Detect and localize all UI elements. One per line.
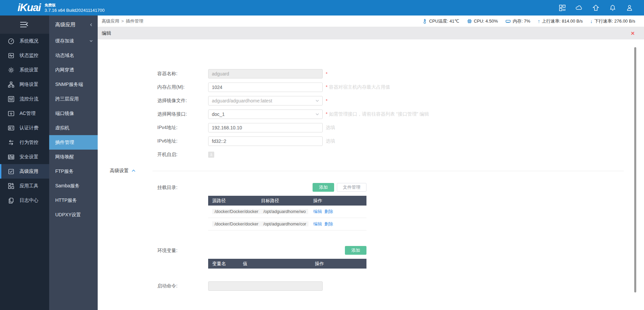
sidebar-item-advanced-apps[interactable]: 高级应用 (0, 164, 49, 179)
build-label: 3.7.16 x64 Build202411141700 (44, 8, 104, 13)
sidebar-item-behavior-control[interactable]: 行为管控 (0, 135, 49, 150)
form-row-ipv6: IPv6地址: 选填 (98, 134, 644, 148)
submenu-title: 高级应用 (55, 22, 75, 28)
id-card-icon (7, 124, 15, 132)
vertical-scrollbar[interactable] (634, 47, 636, 292)
submenu-item-label: 插件管理 (55, 140, 74, 146)
ipv4-input[interactable] (208, 123, 323, 132)
submenu-header[interactable]: 高级应用 (49, 16, 98, 34)
cloud-icon[interactable] (575, 4, 583, 11)
edit-link[interactable]: 编辑 (313, 209, 322, 214)
image-select-value: adguard/adguardhome:latest (212, 98, 272, 103)
sidebar-item-ac-management[interactable]: AC管理 (0, 106, 49, 121)
sidebar-item-status-monitor[interactable]: 状态监控 (0, 48, 49, 63)
breadcrumb: 高级应用>插件管理 (102, 18, 143, 24)
source-path-cell: /docker/Docker/docker (212, 209, 261, 214)
env-label: 环境变量: (157, 246, 208, 254)
user-icon[interactable] (626, 4, 633, 11)
memory-input[interactable] (208, 83, 323, 92)
submenu-item-vm[interactable]: 虚拟机 (49, 121, 98, 135)
sidebar-item-label: 系统设置 (20, 67, 38, 73)
apps-grid-icon[interactable] (558, 4, 566, 11)
submenu-item-label: UDPXY设置 (55, 212, 81, 218)
advanced-settings-toggle[interactable]: 高级设置 (110, 167, 624, 174)
column-source: 源路径 (208, 198, 261, 204)
add-env-button[interactable]: 添加 (345, 246, 366, 255)
delete-link[interactable]: 删除 (324, 209, 333, 214)
documents-icon (7, 197, 15, 204)
submenu-item-label: HTTP服务 (55, 197, 77, 204)
sidebar-item-label: 行为管控 (20, 140, 38, 146)
sidebar-item-traffic-control[interactable]: 流控分流 (0, 92, 49, 106)
column-actions: 操作 (313, 198, 366, 204)
hamburger-icon (20, 22, 29, 27)
submenu-item-http[interactable]: HTTP服务 (49, 193, 98, 208)
form-row-image: 选择镜像文件: adguard/adguardhome:latest * (98, 94, 644, 107)
submenu-item-plugin-management[interactable]: 插件管理 (49, 135, 98, 150)
divider (153, 171, 624, 171)
brick-wall-icon (7, 153, 15, 161)
upgrade-icon[interactable] (592, 4, 600, 11)
interface-select[interactable]: doc_1 (208, 110, 323, 119)
main-area: 高级应用>插件管理 CPU温度: 41℃ CPU: 4.50% 内存: 7% ↑… (98, 16, 644, 310)
submenu-item-snmp[interactable]: SNMP服务端 (49, 77, 98, 92)
mount-buttons: 添加 文件管理 (208, 183, 366, 192)
sidebar-item-label: 流控分流 (20, 96, 38, 102)
sidebar-item-network-settings[interactable]: 网络设置 (0, 77, 49, 92)
panel-title: 编辑 (102, 30, 111, 36)
mount-table-header: 源路径 目标路径 操作 (208, 196, 366, 206)
sidebar-item-log-center[interactable]: 日志中心 (0, 193, 49, 208)
submenu-item-nat-traversal[interactable]: 内网穿透 (49, 63, 98, 77)
env-table-header: 变量名 值 操作 (208, 259, 366, 269)
mount-section: 挂载目录: 添加 文件管理 源路径 目标路径 操作 /docker/Docker… (98, 183, 644, 230)
monitor-wave-icon (7, 52, 15, 59)
ipv6-hint: 选填 (326, 138, 335, 144)
sidebar-item-system-settings[interactable]: 系统设置 (0, 63, 49, 77)
submenu-item-ftp[interactable]: FTP服务 (49, 164, 98, 179)
breadcrumb-parent[interactable]: 高级应用 (102, 19, 119, 24)
sidebar-item-label: 安全设置 (20, 154, 38, 160)
submenu-item-samba[interactable]: Samba服务 (49, 179, 98, 193)
required-mark: * (326, 71, 329, 76)
version-info: 免费版 3.7.16 x64 Build202411141700 (44, 2, 104, 13)
submenu-item-ddns[interactable]: 动态域名 (49, 48, 98, 63)
swap-arrows-icon (7, 139, 15, 146)
form-row-ipv4: IPv4地址: 选填 (98, 121, 644, 134)
form-row-command: 启动命令: (98, 279, 644, 293)
sidebar-item-auth-billing[interactable]: 认证计费 (0, 121, 49, 135)
submenu-item-wake-on-lan[interactable]: 网络唤醒 (49, 150, 98, 164)
close-icon[interactable]: × (631, 30, 635, 36)
cpu-value: CPU: 4.50% (474, 19, 498, 24)
sidebar-item-security-settings[interactable]: 安全设置 (0, 150, 49, 164)
delete-link[interactable]: 删除 (324, 221, 333, 226)
submenu-item-udpxy[interactable]: UDPXY设置 (49, 208, 98, 222)
memory-icon (505, 19, 511, 24)
bell-icon[interactable] (609, 4, 616, 11)
upload-rate-status: ↑ 上行速率: 814.00 B/s (538, 18, 583, 24)
download-rate-status: ↓ 下行速率: 276.00 B/s (590, 18, 635, 24)
ipv6-input[interactable] (208, 136, 323, 146)
submenu-item-cache-acceleration[interactable]: 缓存加速 (49, 34, 98, 48)
sidebar-collapse-toggle[interactable] (0, 16, 49, 34)
file-manager-button[interactable]: 文件管理 (337, 183, 366, 192)
autostart-checkbox[interactable]: â (208, 152, 214, 158)
image-select: adguard/adguardhome:latest (208, 96, 323, 105)
submenu-item-port-mirror[interactable]: 端口镜像 (49, 106, 98, 121)
autostart-label: 开机自启: (157, 152, 208, 158)
submenu-item-cross-layer3[interactable]: 跨三层应用 (49, 92, 98, 106)
memory-label: 内存占用(M): (157, 84, 208, 90)
sliders-icon (7, 95, 15, 103)
submenu-item-label: FTP服务 (55, 168, 73, 175)
sidebar-item-system-overview[interactable]: 系统概况 (0, 34, 49, 48)
sidebar-item-app-tools[interactable]: 应用工具 (0, 179, 49, 193)
interface-hint: *如需管理接口，请前往容器列表 “接口管理” 编辑 (326, 111, 429, 117)
edit-link[interactable]: 编辑 (313, 221, 322, 226)
ipv4-hint: 选填 (326, 125, 335, 131)
mount-table-row: /docker/Docker/docker /opt/adguardhome/w… (208, 206, 366, 218)
gear-icon (7, 66, 15, 74)
add-mount-button[interactable]: 添加 (313, 183, 334, 192)
interface-select-value: doc_1 (212, 112, 225, 117)
chevron-up-icon (131, 169, 136, 173)
form-row-memory: 内存占用(M): *容器对宿主机内存最大占用值 (98, 81, 644, 94)
breadcrumb-separator: > (121, 19, 124, 24)
